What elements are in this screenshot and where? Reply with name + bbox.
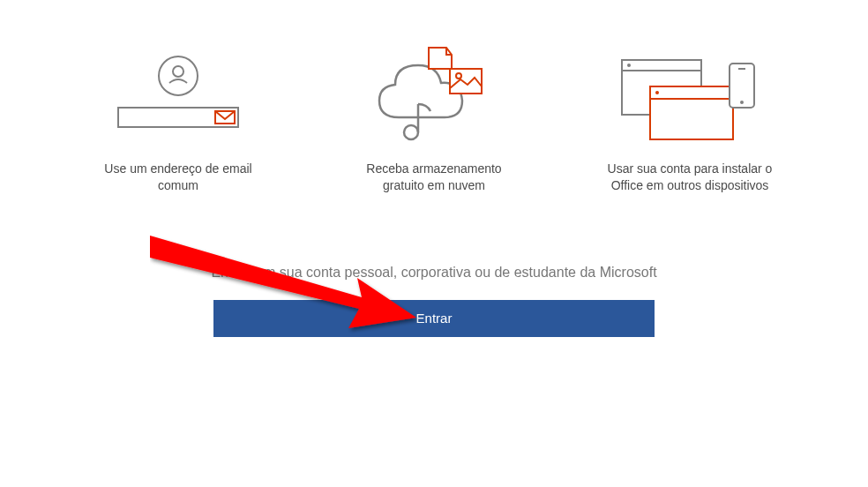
feature-devices: Usar sua conta para instalar o Office em… bbox=[602, 42, 778, 194]
signin-section: Entre com sua conta pessoal, corporativa… bbox=[0, 265, 868, 337]
svg-rect-11 bbox=[650, 86, 733, 139]
feature-email-label: Use um endereço de email comum bbox=[90, 161, 266, 194]
feature-email: Use um endereço de email comum bbox=[90, 42, 266, 194]
svg-point-16 bbox=[740, 101, 744, 104]
feature-cloud: Receba armazenamento gratuito em nuvem bbox=[346, 42, 522, 194]
feature-devices-label: Usar sua conta para instalar o Office em… bbox=[602, 161, 778, 194]
feature-cloud-label: Receba armazenamento gratuito em nuvem bbox=[346, 161, 522, 194]
svg-point-1 bbox=[173, 66, 183, 77]
devices-icon bbox=[615, 42, 765, 148]
svg-point-13 bbox=[655, 91, 659, 94]
svg-point-6 bbox=[404, 125, 418, 139]
signin-button[interactable]: Entrar bbox=[213, 300, 655, 337]
cloud-storage-icon bbox=[363, 42, 505, 148]
signin-instruction: Entre com sua conta pessoal, corporativa… bbox=[211, 265, 656, 281]
signin-button-label: Entrar bbox=[416, 311, 453, 326]
svg-point-10 bbox=[627, 64, 631, 67]
feature-row: Use um endereço de email comum Receba ar… bbox=[0, 42, 868, 194]
email-icon bbox=[116, 42, 240, 148]
